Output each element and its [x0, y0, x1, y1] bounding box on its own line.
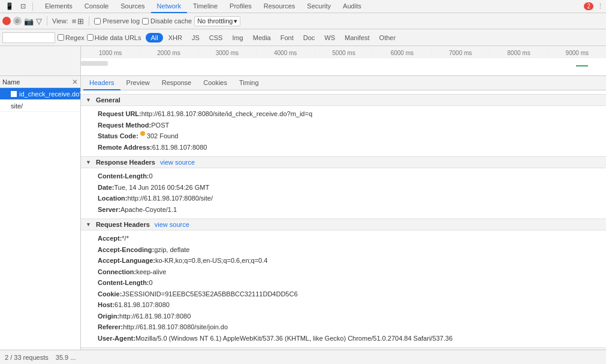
user-agent-val: Mozilla/5.0 (Windows NT 6.1) AppleWebKit…	[135, 333, 453, 344]
tab-console[interactable]: Console	[79, 0, 114, 13]
request-method-val: POST	[151, 120, 169, 131]
request-headers-section-header[interactable]: ▼ Request Headers view source	[81, 219, 606, 230]
ruler-mark-4: 4000 ms	[256, 50, 314, 56]
request-url-row: Request URL: http://61.81.98.107:8080/si…	[93, 108, 606, 120]
filter-css[interactable]: CSS	[205, 33, 227, 43]
hide-data-urls-label[interactable]: Hide data URLs	[87, 34, 141, 41]
cookie-val: JSESSIONID=91EEBC5E53E2A5BBBCC32111DD4DD…	[122, 289, 297, 299]
sub-tab-preview[interactable]: Preview	[120, 76, 156, 90]
regex-checkbox[interactable]	[58, 34, 64, 41]
filter-xhr[interactable]: XHR	[164, 33, 186, 43]
preserve-log-checkbox[interactable]	[94, 18, 101, 25]
checkbox-1	[2, 103, 8, 109]
filter-font[interactable]: Font	[276, 33, 298, 43]
disable-cache-checkbox[interactable]	[142, 18, 149, 25]
accept-language-val: ko-KR,ko;q=0.8,en-US;q=0.6,en;q=0.4	[155, 256, 267, 266]
throttle-select[interactable]: No throttling ▾	[194, 16, 240, 26]
status-code-val: 302 Found	[147, 131, 179, 141]
request-item-1[interactable]: site/	[0, 100, 80, 112]
regex-label[interactable]: Regex	[58, 34, 85, 41]
tab-network[interactable]: Network	[151, 0, 187, 13]
headers-content: ▼ General Request URL: http://61.81.98.1…	[81, 90, 606, 350]
filter-type-group: All XHR JS CSS Img Media Font Doc WS Man…	[146, 33, 400, 43]
bar-indicator	[81, 61, 108, 66]
stop-button[interactable]: ⊘	[13, 17, 22, 25]
close-panel-icon[interactable]: ✕	[72, 78, 78, 86]
general-section-label: General	[96, 96, 120, 104]
remote-address-row: Remote Address: 61.81.98.107:8080	[93, 142, 606, 153]
location-val: http://61.81.98.107:8080/site/	[128, 193, 213, 204]
tab-elements[interactable]: Elements	[39, 0, 79, 13]
right-panel: Headers Preview Response Cookies Timing …	[81, 76, 606, 350]
server-key: Server:	[98, 205, 120, 215]
menu-icon[interactable]: ⋮	[597, 2, 604, 10]
filter-other[interactable]: Other	[375, 33, 400, 43]
tab-audits[interactable]: Audits	[337, 0, 367, 13]
request-item-0[interactable]: id_check_receive.do?...	[0, 88, 80, 100]
divider2	[89, 16, 89, 26]
response-headers-content: Content-Length: 0 Date: Tue, 14 Jun 2016…	[81, 168, 606, 217]
response-headers-view-source[interactable]: view source	[160, 159, 195, 166]
filter-all[interactable]: All	[146, 33, 162, 43]
filter-button[interactable]: ▽	[36, 17, 42, 26]
status-code-key: Status Code:	[98, 131, 138, 141]
host-key: Host:	[98, 300, 114, 310]
record-button[interactable]	[2, 17, 11, 25]
screenshot-button[interactable]: 📷	[24, 17, 34, 26]
ruler-mark-7: 7000 ms	[431, 50, 489, 56]
request-method-key: Request Method:	[98, 120, 151, 131]
tab-timeline[interactable]: Timeline	[187, 0, 224, 13]
tab-profiles[interactable]: Profiles	[224, 0, 258, 13]
connection-val: keep-alive	[136, 267, 166, 277]
tab-sources[interactable]: Sources	[114, 0, 150, 13]
grid-view-button[interactable]: ⊞	[77, 17, 84, 26]
top-tab-bar: 📱 ⊡ Elements Console Sources Network Tim…	[0, 0, 606, 13]
col-header: Name ✕	[0, 76, 80, 88]
dock-icon[interactable]: ⊡	[18, 2, 28, 11]
disable-cache-text: Disable cache	[150, 17, 192, 25]
general-section-header[interactable]: ▼ General	[81, 94, 606, 106]
filter-manifest[interactable]: Manifest	[340, 33, 374, 43]
item-icon-0	[11, 91, 17, 97]
ruler-mark-9: 9000 ms	[548, 50, 606, 56]
request-url-val: http://61.81.98.107:8080/site/id_check_r…	[141, 109, 312, 119]
divider	[47, 16, 47, 26]
filter-media[interactable]: Media	[249, 33, 275, 43]
accept-encoding-val: gzip, deflate	[154, 245, 189, 255]
general-arrow-icon: ▼	[86, 97, 91, 103]
request-url-key: Request URL:	[98, 109, 141, 119]
filter-js[interactable]: JS	[188, 33, 204, 43]
request-headers-label: Request Headers	[96, 221, 150, 228]
query-section-header[interactable]: ▼ Query String Parameters view source vi…	[81, 347, 606, 350]
tab-security[interactable]: Security	[301, 0, 337, 13]
throttle-value: No throttling	[197, 17, 233, 25]
mobile-icon[interactable]: 📱	[5, 2, 14, 11]
origin-val: http://61.81.98.107:8080	[119, 311, 191, 321]
ruler-mark-3: 3000 ms	[198, 50, 256, 56]
notification-badge: 2	[584, 2, 593, 10]
hide-data-urls-checkbox[interactable]	[87, 34, 94, 41]
filter-img[interactable]: Img	[228, 33, 247, 43]
filter-doc[interactable]: Doc	[299, 33, 319, 43]
location-key: Location:	[98, 193, 128, 204]
status-dot-icon	[140, 131, 145, 136]
disable-cache-label[interactable]: Disable cache	[142, 17, 192, 25]
filter-row: Regex Hide data URLs All XHR JS CSS Img …	[0, 29, 606, 46]
list-view-button[interactable]: ≡	[72, 17, 77, 26]
status-code-row: Status Code: 302 Found	[93, 131, 606, 142]
preserve-log-label[interactable]: Preserve log	[94, 17, 140, 25]
accept-row: Accept: */*	[93, 233, 606, 244]
preserve-log-text: Preserve log	[102, 17, 140, 25]
sub-tab-timing[interactable]: Timing	[233, 76, 265, 90]
accept-encoding-row: Accept-Encoding: gzip, deflate	[93, 244, 606, 256]
tab-resources[interactable]: Resources	[258, 0, 302, 13]
response-headers-section-header[interactable]: ▼ Response Headers view source	[81, 156, 606, 168]
filter-ws[interactable]: WS	[320, 33, 339, 43]
accept-language-row: Accept-Language: ko-KR,ko;q=0.8,en-US;q=…	[93, 255, 606, 266]
sub-tab-headers[interactable]: Headers	[83, 76, 120, 90]
sub-tab-cookies[interactable]: Cookies	[197, 76, 233, 90]
sub-tab-response[interactable]: Response	[156, 76, 198, 90]
throttle-arrow: ▾	[234, 17, 237, 25]
search-input[interactable]	[2, 32, 55, 43]
request-headers-view-source[interactable]: view source	[155, 221, 189, 228]
